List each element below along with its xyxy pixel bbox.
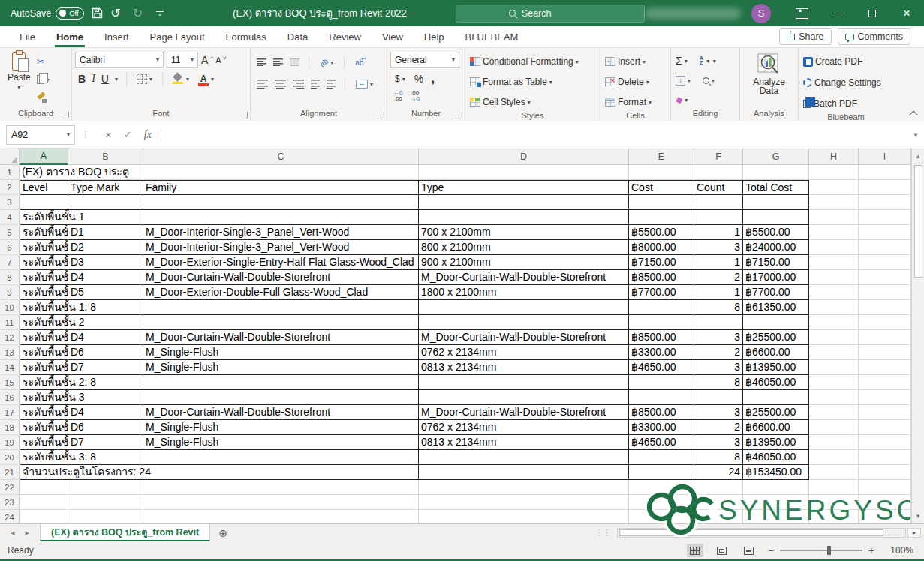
- cell-I1[interactable]: [859, 165, 911, 180]
- number-format-select[interactable]: General▾: [390, 52, 459, 68]
- cell-A14[interactable]: ระดับพื้นชั้น 2: [20, 360, 68, 375]
- cell-A22[interactable]: [20, 480, 68, 495]
- cell-F1[interactable]: [694, 165, 743, 180]
- cell-D3[interactable]: [419, 195, 629, 210]
- cell-G12[interactable]: ฿25500.00: [743, 330, 809, 345]
- cell-H24[interactable]: [809, 510, 859, 524]
- cell-A11[interactable]: ระดับพื้นชั้น 2: [20, 315, 68, 330]
- cell-H10[interactable]: [809, 300, 859, 315]
- row-header-23[interactable]: 23: [0, 495, 20, 510]
- cell-C4[interactable]: [143, 210, 419, 225]
- cell-G2[interactable]: Total Cost: [743, 180, 809, 195]
- undo-button[interactable]: ↺▾: [110, 6, 125, 20]
- analyze-data-button[interactable]: Analyze Data: [748, 50, 790, 98]
- paste-button[interactable]: Paste ▾: [3, 50, 35, 93]
- format-cells-button[interactable]: Format▾: [603, 94, 653, 110]
- search-input[interactable]: Search: [456, 4, 645, 22]
- decrease-decimal-button[interactable]: .00→0: [410, 90, 419, 102]
- cell-D13[interactable]: 0762 x 2134mm: [419, 345, 629, 360]
- cancel-icon[interactable]: ×: [105, 128, 112, 141]
- cell-F19[interactable]: 3: [694, 435, 743, 450]
- cell-F2[interactable]: Count: [694, 180, 743, 195]
- minimize-button[interactable]: [820, 0, 855, 26]
- cell-C20[interactable]: [143, 450, 419, 465]
- cell-C16[interactable]: [143, 390, 419, 405]
- cell-I12[interactable]: [859, 330, 911, 345]
- cell-E15[interactable]: [629, 375, 694, 390]
- accounting-format-button[interactable]: $▾: [393, 70, 407, 87]
- align-right-button[interactable]: [293, 80, 304, 88]
- row-header-8[interactable]: 8: [0, 270, 20, 285]
- cell-F7[interactable]: 1: [694, 255, 743, 270]
- cell-B3[interactable]: [68, 195, 143, 210]
- column-header-H[interactable]: H: [809, 148, 859, 165]
- cell-D5[interactable]: 700 x 2100mm: [419, 225, 629, 240]
- cell-I15[interactable]: [859, 375, 911, 390]
- cell-F3[interactable]: [694, 195, 743, 210]
- cell-E23[interactable]: [629, 495, 694, 510]
- cell-C18[interactable]: M_Single-Flush: [143, 420, 419, 435]
- cell-E6[interactable]: ฿8000.00: [629, 240, 694, 255]
- cell-C2[interactable]: Family: [143, 180, 419, 195]
- name-box-dropdown-icon[interactable]: ▾: [67, 131, 70, 138]
- document-title[interactable]: (EX) ตาราง BOQ ประตู_from Revit 2022 ▾: [233, 5, 414, 21]
- font-name-select[interactable]: Calibri▾: [75, 52, 164, 68]
- row-header-7[interactable]: 7: [0, 255, 20, 270]
- cell-C7[interactable]: M_Door-Exterior-Single-Entry-Half Flat G…: [143, 255, 419, 270]
- cell-I2[interactable]: [859, 180, 911, 195]
- cell-I20[interactable]: [859, 450, 911, 465]
- cell-H17[interactable]: [809, 405, 859, 420]
- cell-A16[interactable]: ระดับพื้นชั้น 3: [20, 390, 68, 405]
- merge-center-button[interactable]: ▾: [354, 76, 375, 92]
- formula-input[interactable]: [161, 125, 907, 145]
- row-header-11[interactable]: 11: [0, 315, 20, 330]
- cell-I6[interactable]: [859, 240, 911, 255]
- cell-D8[interactable]: M_Door-Curtain-Wall-Double-Storefront: [419, 270, 629, 285]
- insert-function-button[interactable]: fx: [144, 129, 152, 141]
- horizontal-scroll-thumb[interactable]: [619, 530, 883, 536]
- cell-D10[interactable]: [419, 300, 629, 315]
- scroll-down-icon[interactable]: ▾: [912, 508, 924, 524]
- scroll-up-icon[interactable]: ▴: [912, 148, 924, 164]
- cell-E13[interactable]: ฿3300.00: [629, 345, 694, 360]
- find-select-button[interactable]: ▾: [701, 72, 716, 88]
- cell-F22[interactable]: [694, 480, 743, 495]
- share-button[interactable]: Share: [779, 28, 831, 45]
- normal-view-button[interactable]: [687, 544, 703, 557]
- row-header-18[interactable]: 18: [0, 420, 20, 435]
- zoom-slider-thumb[interactable]: [827, 546, 831, 555]
- cell-D7[interactable]: 900 x 2100mm: [419, 255, 629, 270]
- cell-F20[interactable]: 8: [694, 450, 743, 465]
- cell-F12[interactable]: 3: [694, 330, 743, 345]
- format-painter-button[interactable]: [35, 89, 51, 106]
- cell-E12[interactable]: ฿8500.00: [629, 330, 694, 345]
- row-header-20[interactable]: 20: [0, 450, 20, 465]
- clear-button[interactable]: ◆▾: [674, 92, 689, 108]
- collapse-ribbon-button[interactable]: [909, 110, 917, 118]
- autosave-switch-icon[interactable]: Off: [56, 8, 84, 20]
- row-header-13[interactable]: 13: [0, 345, 20, 360]
- cell-H18[interactable]: [809, 420, 859, 435]
- maximize-button[interactable]: [855, 0, 889, 26]
- cell-D20[interactable]: [419, 450, 629, 465]
- comma-style-button[interactable]: ,: [431, 71, 435, 86]
- cell-H14[interactable]: [809, 360, 859, 375]
- tab-bluebeam[interactable]: BLUEBEAM: [455, 26, 529, 47]
- cell-A10[interactable]: ระดับพื้นชั้น 1: 8: [20, 300, 68, 315]
- expand-formula-bar-icon[interactable]: ▾: [907, 131, 924, 139]
- cell-G17[interactable]: ฿25500.00: [743, 405, 809, 420]
- cell-I3[interactable]: [859, 195, 911, 210]
- row-header-9[interactable]: 9: [0, 285, 20, 300]
- cell-E14[interactable]: ฿4650.00: [629, 360, 694, 375]
- borders-button[interactable]: ▾: [135, 70, 154, 87]
- save-button[interactable]: [92, 8, 103, 19]
- cell-E3[interactable]: [629, 195, 694, 210]
- cell-E18[interactable]: ฿3300.00: [629, 420, 694, 435]
- cell-I23[interactable]: [859, 495, 911, 510]
- tab-data[interactable]: Data: [277, 26, 318, 47]
- cell-D6[interactable]: 800 x 2100mm: [419, 240, 629, 255]
- cell-E8[interactable]: ฿8500.00: [629, 270, 694, 285]
- wrap-text-button[interactable]: ab↩: [354, 54, 365, 70]
- cell-E11[interactable]: [629, 315, 694, 330]
- cell-A6[interactable]: ระดับพื้นชั้น 1: [20, 240, 68, 255]
